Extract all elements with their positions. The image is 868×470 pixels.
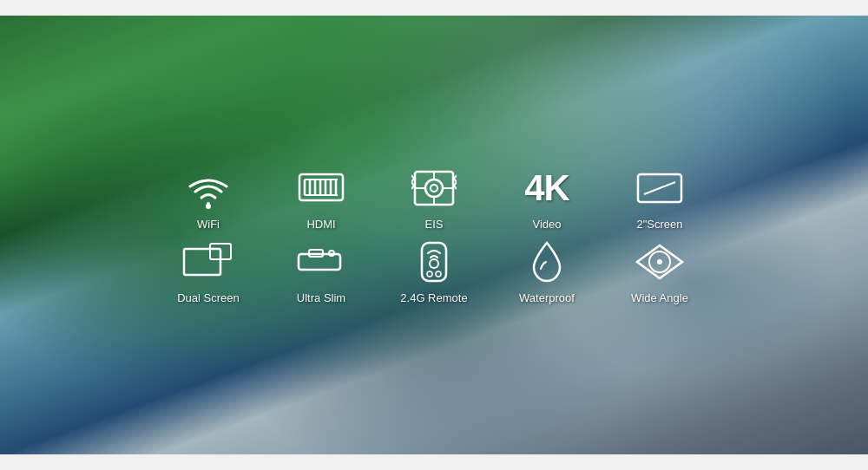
- svg-rect-21: [184, 249, 220, 275]
- remote-label: 2.4G Remote: [400, 291, 467, 304]
- svg-point-13: [431, 185, 437, 192]
- top-border: [0, 0, 868, 16]
- remote-icon: [415, 239, 453, 284]
- wide-angle-icon: [634, 239, 686, 284]
- feature-4k: 4K Video: [503, 166, 590, 231]
- background-container: WiFi: [0, 0, 868, 470]
- svg-point-0: [206, 204, 211, 209]
- eis-label: EIS: [425, 218, 444, 231]
- screen-label: 2"Screen: [636, 218, 682, 231]
- feature-wide-angle: Wide Angle: [616, 239, 703, 304]
- wide-angle-label: Wide Angle: [631, 291, 688, 304]
- svg-point-12: [425, 180, 443, 197]
- svg-point-32: [657, 259, 662, 264]
- 4k-label: Video: [532, 218, 561, 231]
- hdmi-icon: [297, 166, 345, 211]
- feature-ultra-slim: Ultra Slim: [278, 239, 365, 304]
- svg-line-20: [644, 182, 675, 194]
- wifi-label: WiFi: [197, 218, 220, 231]
- feature-eis: EIS: [391, 166, 477, 231]
- feature-screen: 2"Screen: [616, 166, 703, 231]
- wifi-icon: [187, 178, 229, 211]
- svg-point-29: [427, 271, 432, 277]
- screen-icon: [635, 166, 684, 211]
- feature-dual-screen: Dual Screen: [165, 239, 252, 304]
- hdmi-label: HDMI: [306, 218, 335, 231]
- svg-point-30: [436, 271, 441, 277]
- svg-rect-27: [422, 243, 446, 281]
- features-row-2: Dual Screen Ultra Slim: [165, 239, 703, 304]
- feature-remote: 2.4G Remote: [391, 239, 477, 304]
- svg-point-28: [430, 259, 438, 268]
- features-row-1: WiFi: [165, 166, 703, 231]
- dual-screen-icon: [182, 239, 234, 284]
- features-overlay: WiFi: [165, 166, 703, 304]
- waterproof-label: Waterproof: [519, 291, 575, 304]
- feature-waterproof: Waterproof: [503, 239, 590, 304]
- eis-icon: [411, 166, 457, 211]
- feature-hdmi: HDMI: [278, 166, 365, 231]
- dual-screen-label: Dual Screen: [177, 291, 240, 304]
- waterproof-icon: [527, 239, 567, 284]
- bottom-border: [0, 454, 868, 470]
- 4k-icon: 4K: [524, 166, 569, 211]
- ultra-slim-label: Ultra Slim: [297, 291, 345, 304]
- feature-wifi: WiFi: [165, 178, 252, 231]
- ultra-slim-icon: [295, 239, 347, 284]
